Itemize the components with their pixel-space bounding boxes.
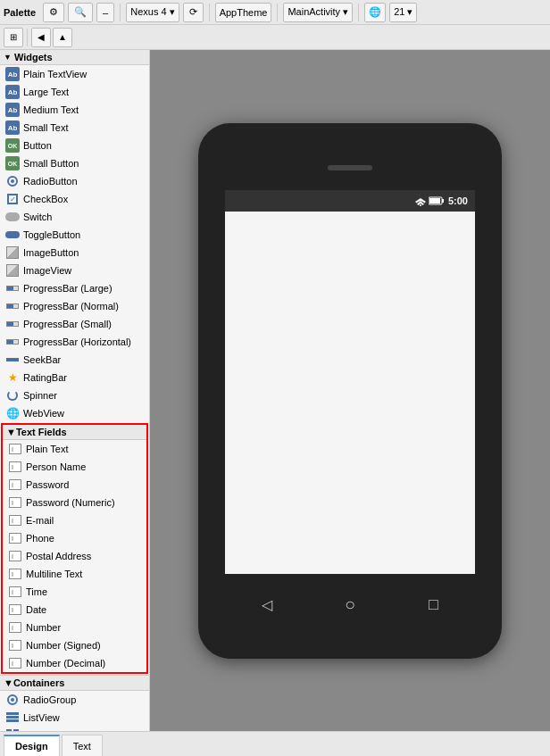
containers-label: Containers bbox=[13, 677, 64, 688]
button-label: Button bbox=[23, 140, 52, 151]
tab-text[interactable]: Text bbox=[62, 735, 103, 756]
list-item[interactable]: I Number (Decimal) bbox=[3, 654, 146, 672]
list-item[interactable]: ✓ CheckBox bbox=[0, 190, 149, 208]
list-item[interactable]: ProgressBar (Small) bbox=[0, 315, 149, 333]
list-item[interactable]: I Plain Text bbox=[3, 440, 146, 458]
list-item[interactable]: Ab Large Text bbox=[0, 83, 149, 101]
time-label: Time bbox=[26, 586, 47, 597]
list-item[interactable]: ToggleButton bbox=[0, 226, 149, 244]
recents-button[interactable]: □ bbox=[417, 589, 449, 621]
radiogroup-label: RadioGroup bbox=[23, 694, 76, 705]
back-button[interactable]: ◁ bbox=[251, 589, 283, 621]
home-button[interactable]: ○ bbox=[334, 589, 366, 621]
password-label: Password bbox=[26, 479, 69, 490]
list-item[interactable]: ProgressBar (Horizontal) bbox=[0, 333, 149, 351]
radiobutton-icon bbox=[5, 174, 20, 188]
grid-toggle-button[interactable]: ⊞ bbox=[4, 28, 23, 47]
list-item[interactable]: SeekBar bbox=[0, 351, 149, 369]
phone-screen: 5:00 bbox=[225, 190, 475, 574]
widgets-section-header[interactable]: ▼ Widgets bbox=[0, 50, 149, 65]
secondary-toolbar: ⊞ ◀ ▲ bbox=[0, 25, 550, 50]
phone-nav-bar: ◁ ○ □ bbox=[198, 574, 502, 636]
globe-dropdown[interactable]: 🌐 bbox=[364, 3, 386, 22]
list-item[interactable]: OK Button bbox=[0, 137, 149, 154]
radiogroup-icon bbox=[5, 693, 20, 707]
list-item[interactable]: I Time bbox=[3, 583, 146, 601]
nexus-dropdown[interactable]: Nexus 4 ▾ bbox=[126, 3, 179, 22]
progressbar-large-icon bbox=[5, 281, 20, 295]
switch-label: Switch bbox=[23, 212, 52, 222]
up-nav-button[interactable]: ▲ bbox=[53, 28, 72, 47]
list-item[interactable]: I Person Name bbox=[3, 458, 146, 476]
phone-icon: I bbox=[8, 531, 22, 545]
android-dropdown[interactable]: 21 ▾ bbox=[389, 3, 417, 22]
number-decimal-icon: I bbox=[8, 656, 22, 670]
plain-textview-icon: Ab bbox=[5, 67, 20, 81]
number-signed-label: Number (Signed) bbox=[26, 640, 101, 651]
list-item[interactable]: 🌐 WebView bbox=[0, 404, 149, 422]
list-item[interactable]: ImageView bbox=[0, 262, 149, 279]
list-item[interactable]: ListView bbox=[0, 709, 149, 727]
plain-textview-label: Plain TextView bbox=[23, 69, 87, 79]
list-item[interactable]: ProgressBar (Large) bbox=[0, 279, 149, 297]
person-name-icon: I bbox=[8, 460, 22, 474]
spinner-label: Spinner bbox=[23, 390, 57, 401]
list-item[interactable]: ImageButton bbox=[0, 244, 149, 262]
palette-label: Palette bbox=[4, 7, 36, 18]
list-item[interactable]: Spinner bbox=[0, 386, 149, 404]
svg-rect-9 bbox=[429, 198, 440, 204]
rotate-button[interactable]: ⟳ bbox=[183, 3, 204, 22]
medium-text-icon: Ab bbox=[5, 103, 20, 117]
list-item[interactable]: ProgressBar (Normal) bbox=[0, 297, 149, 315]
list-item[interactable]: I Date bbox=[3, 601, 146, 619]
svg-point-7 bbox=[420, 204, 421, 206]
list-item[interactable]: OK Small Button bbox=[0, 154, 149, 172]
list-item[interactable]: Ab Small Text bbox=[0, 119, 149, 137]
checkbox-label: CheckBox bbox=[23, 194, 68, 204]
tab-design[interactable]: Design bbox=[4, 735, 60, 756]
list-item[interactable]: Ab Medium Text bbox=[0, 101, 149, 119]
list-item[interactable]: Switch bbox=[0, 208, 149, 226]
search-button[interactable]: 🔍 bbox=[68, 3, 93, 22]
list-item[interactable]: Ab Plain TextView bbox=[0, 65, 149, 83]
list-item[interactable]: I Postal Address bbox=[3, 547, 146, 565]
svg-rect-10 bbox=[442, 199, 444, 203]
back-nav-button[interactable]: ◀ bbox=[31, 28, 51, 47]
number-signed-icon: I bbox=[8, 638, 22, 652]
time-icon: I bbox=[8, 585, 22, 599]
list-item[interactable]: I E-mail bbox=[3, 511, 146, 529]
list-item[interactable]: RadioButton bbox=[0, 172, 149, 190]
number-label: Number bbox=[26, 622, 61, 633]
svg-rect-2 bbox=[6, 719, 19, 722]
seekbar-label: SeekBar bbox=[23, 354, 61, 365]
list-item[interactable]: RadioGroup bbox=[0, 691, 149, 709]
list-item[interactable]: I Password (Numeric) bbox=[3, 494, 146, 511]
tab-design-label: Design bbox=[15, 741, 48, 752]
list-item[interactable]: I Multiline Text bbox=[3, 565, 146, 583]
radiobutton-label: RadioButton bbox=[23, 176, 78, 187]
minus-button[interactable]: – bbox=[96, 3, 114, 22]
list-item[interactable]: I Phone bbox=[3, 529, 146, 547]
tab-text-label: Text bbox=[73, 741, 91, 752]
progressbar-small-icon bbox=[5, 317, 20, 331]
progressbar-horizontal-icon bbox=[5, 335, 20, 349]
number-icon: I bbox=[8, 620, 22, 635]
containers-section-header[interactable]: ▼ Containers bbox=[0, 676, 149, 691]
webview-icon: 🌐 bbox=[5, 406, 20, 420]
mainactivity-dropdown[interactable]: MainActivity ▾ bbox=[283, 3, 353, 22]
password-numeric-icon: I bbox=[8, 495, 22, 510]
text-fields-arrow: ▼ bbox=[6, 427, 16, 437]
list-item[interactable]: I Number (Signed) bbox=[3, 636, 146, 654]
list-item[interactable]: ★ RatingBar bbox=[0, 369, 149, 386]
progressbar-horizontal-label: ProgressBar (Horizontal) bbox=[23, 336, 131, 347]
gear-button[interactable]: ⚙ bbox=[43, 3, 64, 22]
progressbar-normal-label: ProgressBar (Normal) bbox=[23, 301, 119, 312]
phone-device: 5:00 ◁ ○ □ bbox=[198, 123, 502, 659]
date-icon: I bbox=[8, 602, 22, 617]
bottom-tabs: Design Text bbox=[0, 731, 550, 756]
list-item[interactable]: I Password bbox=[3, 476, 146, 494]
apptheme-dropdown[interactable]: AppTheme bbox=[215, 3, 272, 22]
imagebutton-icon bbox=[5, 245, 20, 260]
text-fields-section-header[interactable]: ▼ Text Fields bbox=[3, 425, 146, 440]
list-item[interactable]: I Number bbox=[3, 619, 146, 636]
